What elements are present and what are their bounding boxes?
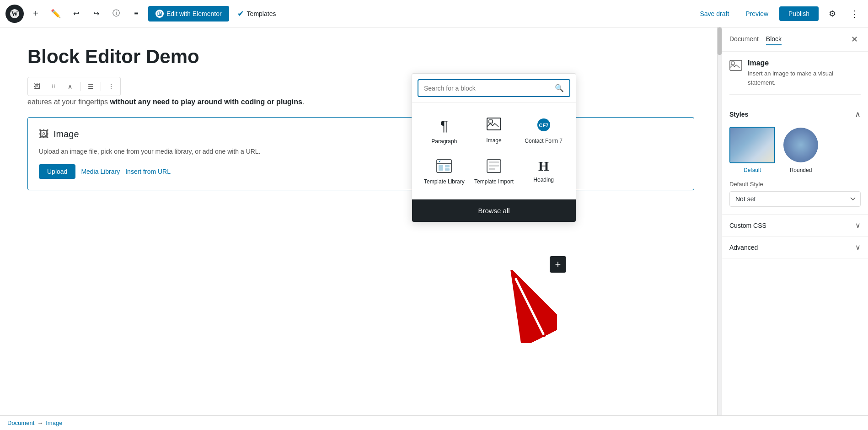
styles-header: Styles ∧ — [729, 109, 861, 119]
default-style-select[interactable]: Not set — [729, 191, 861, 207]
image-block-header: 🖼 Image — [39, 129, 683, 140]
preview-button[interactable]: Preview — [740, 6, 774, 21]
style-option-default[interactable]: Default — [729, 127, 775, 173]
block-item-paragraph-label: Paragraph — [431, 138, 457, 145]
block-item-template-library[interactable]: ✔ Template Library — [419, 152, 469, 192]
arrow-annotation — [502, 270, 557, 345]
more-options-button[interactable]: ⋮ — [846, 5, 863, 22]
image-ctrl-icon: 🖼 — [34, 83, 40, 90]
page-title: Block Editor Demo — [27, 46, 694, 68]
svg-rect-23 — [731, 62, 734, 64]
block-item-image-label: Image — [486, 137, 501, 144]
status-bar: Document → Image — [0, 415, 868, 430]
block-item-tl-label: Template Library — [424, 178, 465, 185]
block-tab[interactable]: Block — [766, 33, 782, 45]
block-more-button[interactable]: ⋮ — [104, 79, 118, 94]
plus-icon: + — [33, 8, 38, 19]
list-view-button[interactable]: ≡ — [128, 5, 145, 22]
block-info-title: Image — [748, 59, 861, 67]
svg-text:✔: ✔ — [439, 160, 441, 163]
svg-text:CF7: CF7 — [539, 123, 548, 128]
style-option-rounded[interactable]: Rounded — [782, 127, 819, 173]
advanced-chevron: ∨ — [855, 243, 861, 252]
status-image[interactable]: Image — [46, 419, 62, 426]
search-input-wrap: 🔍 — [418, 79, 570, 97]
block-item-ti-label: Template Import — [474, 178, 514, 185]
add-block-toolbar-button[interactable]: + — [27, 5, 44, 22]
wp-logo[interactable]: W — [5, 5, 24, 23]
advanced-title: Advanced — [729, 244, 758, 251]
scrollbar-thumb[interactable] — [718, 27, 722, 55]
block-item-paragraph[interactable]: ¶ Paragraph — [419, 110, 469, 152]
toolbar-right: Save draft Preview Publish ⚙ ⋮ — [694, 5, 863, 22]
chevron-up-icon: ∧ — [68, 83, 72, 90]
add-block-floating-button[interactable]: + — [550, 256, 566, 273]
info-button[interactable]: ⓘ — [108, 5, 124, 22]
styles-toggle-button[interactable]: ∧ — [855, 109, 861, 119]
rounded-style-image — [783, 128, 818, 162]
close-icon: ✕ — [851, 34, 858, 44]
image-picker-icon — [487, 118, 501, 134]
search-icon: 🔍 — [555, 84, 564, 92]
advanced-section[interactable]: Advanced ∨ — [722, 236, 868, 258]
intro-text-plain: eatures at your fingertips — [27, 98, 110, 106]
edit-pen-button[interactable]: ✏️ — [48, 5, 64, 22]
custom-css-chevron: ∨ — [855, 221, 861, 230]
undo-button[interactable]: ↩ — [68, 5, 84, 22]
rounded-style-preview — [782, 127, 819, 163]
default-style-section: Default Style Not set — [722, 181, 868, 215]
wp-logo-icon: W — [9, 8, 20, 19]
toolbar-divider-2 — [101, 82, 101, 91]
block-info-image-icon — [729, 60, 742, 74]
svg-rect-3 — [158, 12, 160, 15]
block-search-input[interactable] — [424, 85, 551, 92]
upload-button[interactable]: Upload — [39, 164, 75, 179]
default-style-label: Default — [744, 167, 761, 173]
block-item-image[interactable]: Image — [469, 110, 519, 152]
media-library-button[interactable]: Media Library — [81, 168, 120, 175]
custom-css-section[interactable]: Custom CSS ∨ — [722, 215, 868, 236]
heading-icon: H — [538, 159, 549, 173]
svg-rect-14 — [439, 165, 443, 171]
cf7-icon: CF7 — [536, 118, 552, 134]
svg-rect-16 — [445, 168, 450, 171]
pen-icon: ✏️ — [51, 9, 61, 19]
align-button[interactable]: ☰ — [83, 79, 98, 94]
block-item-template-import[interactable]: Template Import — [469, 152, 519, 192]
block-item-contact-form-7[interactable]: CF7 Contact Form 7 — [519, 110, 568, 152]
image-block-icon: 🖼 — [39, 129, 49, 140]
image-type-button[interactable]: 🖼 — [30, 79, 44, 94]
save-draft-button[interactable]: Save draft — [694, 6, 734, 21]
editor-scrollbar[interactable] — [717, 27, 722, 415]
block-item-cf7-label: Contact Form 7 — [525, 138, 563, 144]
block-info: Image Insert an image to make a visual s… — [729, 59, 861, 95]
undo-icon: ↩ — [73, 9, 79, 18]
close-sidebar-button[interactable]: ✕ — [848, 33, 861, 46]
svg-rect-18 — [489, 161, 499, 163]
insert-from-url-button[interactable]: Insert from URL — [125, 168, 171, 175]
settings-button[interactable]: ⚙ — [824, 5, 841, 22]
document-tab[interactable]: Document — [729, 33, 759, 45]
status-document[interactable]: Document — [7, 419, 34, 426]
drag-handle-button[interactable]: ⁞⁞ — [46, 79, 61, 94]
templates-button[interactable]: ✔ Templates — [233, 6, 281, 22]
browse-all-button[interactable]: Browse all — [412, 199, 576, 222]
align-icon: ☰ — [88, 83, 94, 90]
block-info-section: Image Insert an image to make a visual s… — [722, 52, 868, 102]
svg-rect-19 — [489, 165, 499, 167]
image-block: 🖼 Image Upload an image file, pick one f… — [27, 117, 694, 190]
default-style-dropdown-label: Default Style — [729, 181, 861, 188]
styles-section: Styles ∧ Default Rounded — [722, 102, 868, 181]
publish-button[interactable]: Publish — [779, 6, 819, 21]
redo-button[interactable]: ↪ — [88, 5, 104, 22]
edit-with-elementor-button[interactable]: Edit with Elementor — [148, 6, 229, 22]
list-icon: ≡ — [134, 10, 138, 18]
move-up-button[interactable]: ∧ — [63, 79, 77, 94]
info-icon: ⓘ — [113, 9, 120, 18]
custom-css-title: Custom CSS — [729, 222, 766, 229]
block-item-heading[interactable]: H Heading — [519, 152, 568, 192]
svg-rect-6 — [160, 15, 161, 15]
block-controls-toolbar: 🖼 ⁞⁞ ∧ ☰ ⋮ — [27, 77, 121, 96]
redo-icon: ↪ — [93, 9, 99, 18]
block-info-description: Insert an image to make a visual stateme… — [748, 69, 861, 87]
